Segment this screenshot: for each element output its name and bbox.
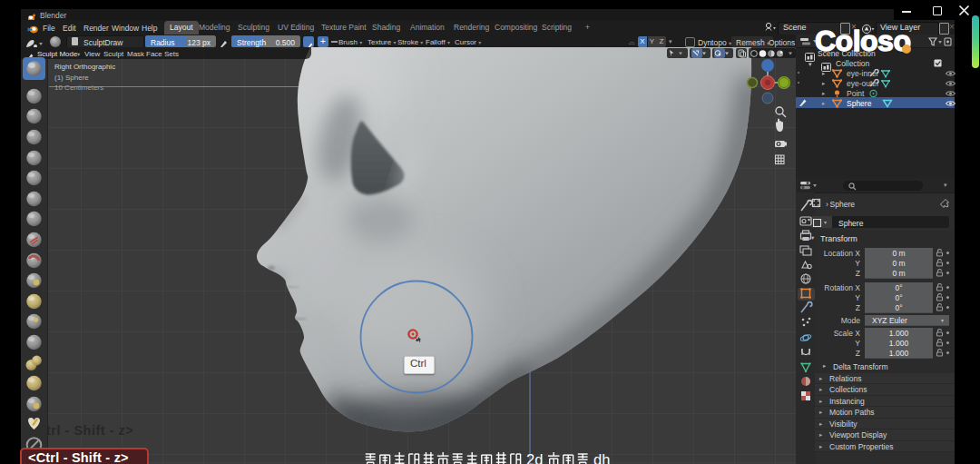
svg-text:dh: dh — [593, 452, 610, 464]
svg-text:2d: 2d — [526, 452, 543, 464]
